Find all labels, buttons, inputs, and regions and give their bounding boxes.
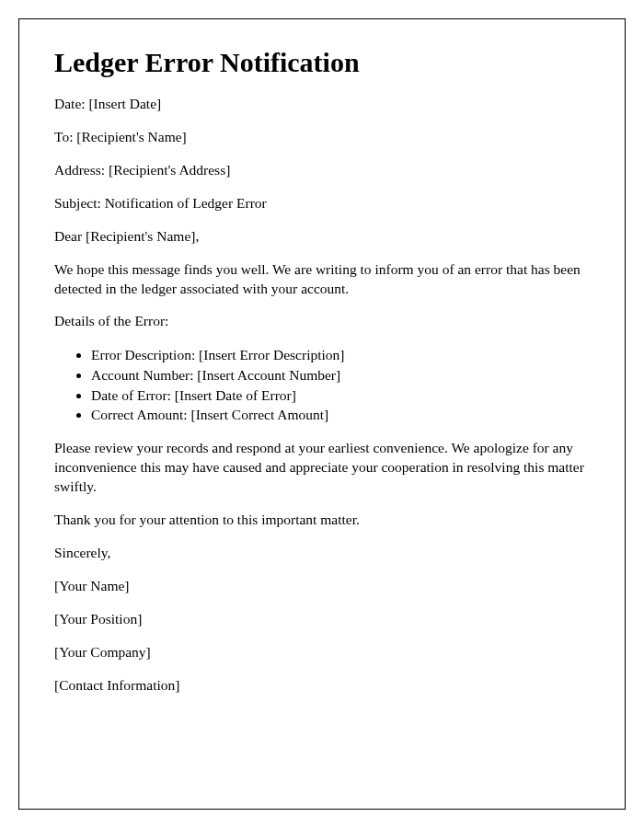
correct-amount-item: Correct Amount: [Insert Correct Amount]	[91, 405, 590, 425]
page-title: Ledger Error Notification	[54, 47, 590, 78]
thank-you-line: Thank you for your attention to this imp…	[54, 511, 590, 530]
sender-position: [Your Position]	[54, 610, 590, 629]
closing: Sincerely,	[54, 544, 590, 563]
subject-line: Subject: Notification of Ledger Error	[54, 194, 590, 213]
document-container: Ledger Error Notification Date: [Insert …	[18, 18, 626, 810]
salutation: Dear [Recipient's Name],	[54, 227, 590, 247]
details-header: Details of the Error:	[54, 312, 590, 331]
date-line: Date: [Insert Date]	[54, 95, 590, 114]
error-details-list: Error Description: [Insert Error Descrip…	[91, 345, 590, 425]
review-paragraph: Please review your records and respond a…	[54, 439, 590, 497]
error-description-item: Error Description: [Insert Error Descrip…	[91, 345, 590, 365]
account-number-item: Account Number: [Insert Account Number]	[91, 365, 590, 385]
date-of-error-item: Date of Error: [Insert Date of Error]	[91, 385, 590, 406]
to-line: To: [Recipient's Name]	[54, 128, 590, 147]
intro-paragraph: We hope this message finds you well. We …	[54, 260, 590, 299]
sender-company: [Your Company]	[54, 643, 590, 662]
address-line: Address: [Recipient's Address]	[54, 161, 590, 180]
contact-info: [Contact Information]	[54, 676, 590, 696]
sender-name: [Your Name]	[54, 577, 590, 596]
